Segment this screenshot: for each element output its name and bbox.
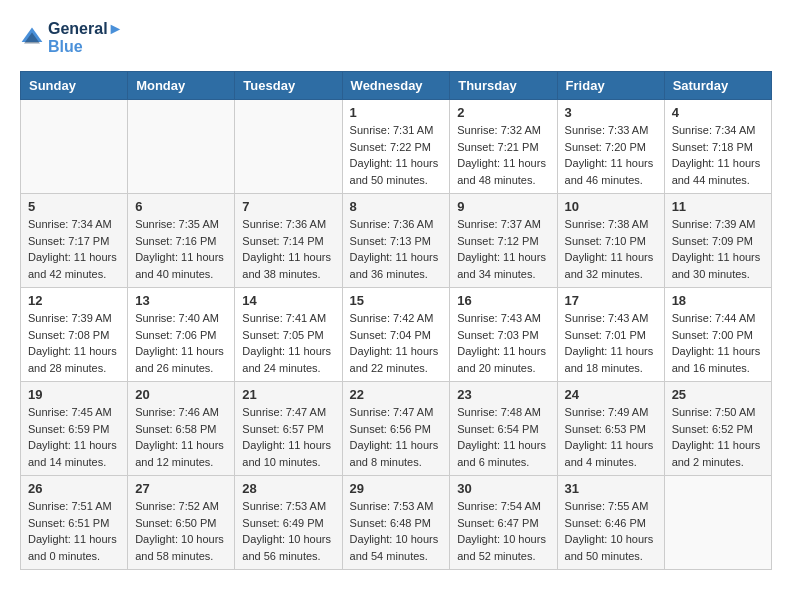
- day-number: 3: [565, 105, 657, 120]
- calendar-week-3: 12Sunrise: 7:39 AMSunset: 7:08 PMDayligh…: [21, 288, 772, 382]
- day-number: 5: [28, 199, 120, 214]
- calendar-cell: 1Sunrise: 7:31 AMSunset: 7:22 PMDaylight…: [342, 100, 450, 194]
- calendar-cell: 2Sunrise: 7:32 AMSunset: 7:21 PMDaylight…: [450, 100, 557, 194]
- day-number: 31: [565, 481, 657, 496]
- day-number: 2: [457, 105, 549, 120]
- day-info: Sunrise: 7:53 AMSunset: 6:49 PMDaylight:…: [242, 498, 334, 564]
- day-number: 15: [350, 293, 443, 308]
- day-number: 27: [135, 481, 227, 496]
- day-number: 30: [457, 481, 549, 496]
- calendar-cell: 25Sunrise: 7:50 AMSunset: 6:52 PMDayligh…: [664, 382, 771, 476]
- day-info: Sunrise: 7:34 AMSunset: 7:17 PMDaylight:…: [28, 216, 120, 282]
- day-number: 22: [350, 387, 443, 402]
- day-info: Sunrise: 7:31 AMSunset: 7:22 PMDaylight:…: [350, 122, 443, 188]
- page-header: General► Blue: [20, 20, 772, 56]
- calendar-cell: 3Sunrise: 7:33 AMSunset: 7:20 PMDaylight…: [557, 100, 664, 194]
- day-number: 19: [28, 387, 120, 402]
- calendar-cell: 9Sunrise: 7:37 AMSunset: 7:12 PMDaylight…: [450, 194, 557, 288]
- day-info: Sunrise: 7:34 AMSunset: 7:18 PMDaylight:…: [672, 122, 764, 188]
- day-number: 9: [457, 199, 549, 214]
- calendar-week-4: 19Sunrise: 7:45 AMSunset: 6:59 PMDayligh…: [21, 382, 772, 476]
- day-number: 25: [672, 387, 764, 402]
- day-number: 21: [242, 387, 334, 402]
- logo-icon: [20, 26, 44, 50]
- day-number: 24: [565, 387, 657, 402]
- calendar: SundayMondayTuesdayWednesdayThursdayFrid…: [20, 71, 772, 570]
- day-number: 26: [28, 481, 120, 496]
- calendar-cell: 18Sunrise: 7:44 AMSunset: 7:00 PMDayligh…: [664, 288, 771, 382]
- logo-text: General► Blue: [48, 20, 123, 56]
- day-info: Sunrise: 7:44 AMSunset: 7:00 PMDaylight:…: [672, 310, 764, 376]
- calendar-cell: 31Sunrise: 7:55 AMSunset: 6:46 PMDayligh…: [557, 476, 664, 570]
- calendar-cell: 20Sunrise: 7:46 AMSunset: 6:58 PMDayligh…: [128, 382, 235, 476]
- calendar-cell: 22Sunrise: 7:47 AMSunset: 6:56 PMDayligh…: [342, 382, 450, 476]
- day-info: Sunrise: 7:47 AMSunset: 6:56 PMDaylight:…: [350, 404, 443, 470]
- day-number: 10: [565, 199, 657, 214]
- day-info: Sunrise: 7:36 AMSunset: 7:13 PMDaylight:…: [350, 216, 443, 282]
- day-info: Sunrise: 7:46 AMSunset: 6:58 PMDaylight:…: [135, 404, 227, 470]
- day-number: 14: [242, 293, 334, 308]
- day-number: 4: [672, 105, 764, 120]
- day-info: Sunrise: 7:35 AMSunset: 7:16 PMDaylight:…: [135, 216, 227, 282]
- calendar-cell: 8Sunrise: 7:36 AMSunset: 7:13 PMDaylight…: [342, 194, 450, 288]
- day-info: Sunrise: 7:49 AMSunset: 6:53 PMDaylight:…: [565, 404, 657, 470]
- day-info: Sunrise: 7:48 AMSunset: 6:54 PMDaylight:…: [457, 404, 549, 470]
- calendar-cell: 29Sunrise: 7:53 AMSunset: 6:48 PMDayligh…: [342, 476, 450, 570]
- calendar-body: 1Sunrise: 7:31 AMSunset: 7:22 PMDaylight…: [21, 100, 772, 570]
- day-number: 11: [672, 199, 764, 214]
- calendar-cell: 7Sunrise: 7:36 AMSunset: 7:14 PMDaylight…: [235, 194, 342, 288]
- weekday-header-sunday: Sunday: [21, 72, 128, 100]
- calendar-cell: 4Sunrise: 7:34 AMSunset: 7:18 PMDaylight…: [664, 100, 771, 194]
- calendar-cell: [128, 100, 235, 194]
- calendar-cell: [664, 476, 771, 570]
- day-number: 16: [457, 293, 549, 308]
- calendar-week-2: 5Sunrise: 7:34 AMSunset: 7:17 PMDaylight…: [21, 194, 772, 288]
- logo: General► Blue: [20, 20, 123, 56]
- calendar-cell: [21, 100, 128, 194]
- weekday-header-row: SundayMondayTuesdayWednesdayThursdayFrid…: [21, 72, 772, 100]
- weekday-header-wednesday: Wednesday: [342, 72, 450, 100]
- calendar-cell: 27Sunrise: 7:52 AMSunset: 6:50 PMDayligh…: [128, 476, 235, 570]
- day-info: Sunrise: 7:43 AMSunset: 7:01 PMDaylight:…: [565, 310, 657, 376]
- day-info: Sunrise: 7:36 AMSunset: 7:14 PMDaylight:…: [242, 216, 334, 282]
- day-number: 29: [350, 481, 443, 496]
- calendar-cell: 15Sunrise: 7:42 AMSunset: 7:04 PMDayligh…: [342, 288, 450, 382]
- day-number: 1: [350, 105, 443, 120]
- day-info: Sunrise: 7:41 AMSunset: 7:05 PMDaylight:…: [242, 310, 334, 376]
- day-number: 20: [135, 387, 227, 402]
- day-info: Sunrise: 7:37 AMSunset: 7:12 PMDaylight:…: [457, 216, 549, 282]
- day-info: Sunrise: 7:50 AMSunset: 6:52 PMDaylight:…: [672, 404, 764, 470]
- calendar-cell: 26Sunrise: 7:51 AMSunset: 6:51 PMDayligh…: [21, 476, 128, 570]
- day-info: Sunrise: 7:53 AMSunset: 6:48 PMDaylight:…: [350, 498, 443, 564]
- day-info: Sunrise: 7:45 AMSunset: 6:59 PMDaylight:…: [28, 404, 120, 470]
- calendar-cell: 19Sunrise: 7:45 AMSunset: 6:59 PMDayligh…: [21, 382, 128, 476]
- day-info: Sunrise: 7:47 AMSunset: 6:57 PMDaylight:…: [242, 404, 334, 470]
- weekday-header-tuesday: Tuesday: [235, 72, 342, 100]
- day-number: 6: [135, 199, 227, 214]
- calendar-cell: 16Sunrise: 7:43 AMSunset: 7:03 PMDayligh…: [450, 288, 557, 382]
- day-info: Sunrise: 7:52 AMSunset: 6:50 PMDaylight:…: [135, 498, 227, 564]
- calendar-cell: 24Sunrise: 7:49 AMSunset: 6:53 PMDayligh…: [557, 382, 664, 476]
- day-info: Sunrise: 7:39 AMSunset: 7:09 PMDaylight:…: [672, 216, 764, 282]
- day-number: 17: [565, 293, 657, 308]
- day-info: Sunrise: 7:38 AMSunset: 7:10 PMDaylight:…: [565, 216, 657, 282]
- calendar-week-5: 26Sunrise: 7:51 AMSunset: 6:51 PMDayligh…: [21, 476, 772, 570]
- day-number: 23: [457, 387, 549, 402]
- weekday-header-monday: Monday: [128, 72, 235, 100]
- calendar-cell: 11Sunrise: 7:39 AMSunset: 7:09 PMDayligh…: [664, 194, 771, 288]
- day-number: 18: [672, 293, 764, 308]
- calendar-cell: 28Sunrise: 7:53 AMSunset: 6:49 PMDayligh…: [235, 476, 342, 570]
- day-info: Sunrise: 7:39 AMSunset: 7:08 PMDaylight:…: [28, 310, 120, 376]
- calendar-cell: 14Sunrise: 7:41 AMSunset: 7:05 PMDayligh…: [235, 288, 342, 382]
- calendar-cell: 5Sunrise: 7:34 AMSunset: 7:17 PMDaylight…: [21, 194, 128, 288]
- day-info: Sunrise: 7:55 AMSunset: 6:46 PMDaylight:…: [565, 498, 657, 564]
- weekday-header-saturday: Saturday: [664, 72, 771, 100]
- calendar-cell: 30Sunrise: 7:54 AMSunset: 6:47 PMDayligh…: [450, 476, 557, 570]
- day-info: Sunrise: 7:54 AMSunset: 6:47 PMDaylight:…: [457, 498, 549, 564]
- weekday-header-thursday: Thursday: [450, 72, 557, 100]
- day-number: 28: [242, 481, 334, 496]
- day-number: 8: [350, 199, 443, 214]
- calendar-cell: 21Sunrise: 7:47 AMSunset: 6:57 PMDayligh…: [235, 382, 342, 476]
- calendar-week-1: 1Sunrise: 7:31 AMSunset: 7:22 PMDaylight…: [21, 100, 772, 194]
- day-info: Sunrise: 7:40 AMSunset: 7:06 PMDaylight:…: [135, 310, 227, 376]
